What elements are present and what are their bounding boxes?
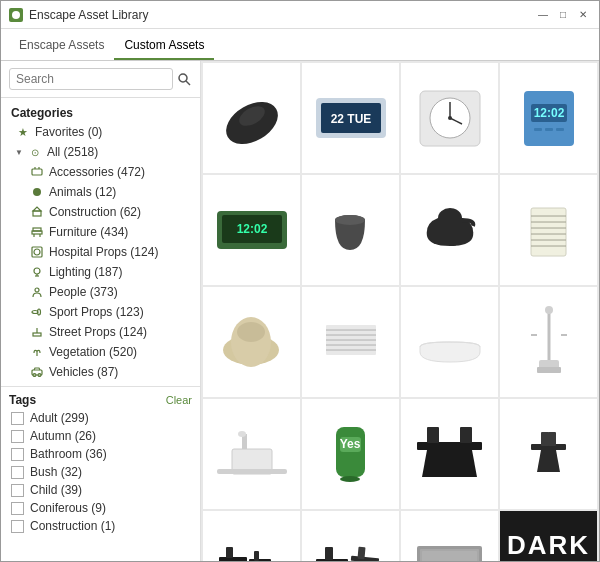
grid-item-watermark[interactable]: DARK CG bbox=[500, 511, 597, 561]
app-icon bbox=[9, 8, 23, 22]
tag-construction2-label: Construction (1) bbox=[30, 519, 115, 533]
svg-rect-68 bbox=[537, 367, 561, 373]
grid-item-7[interactable] bbox=[401, 175, 498, 285]
grid-item-18[interactable] bbox=[302, 511, 399, 561]
tag-adult[interactable]: Adult (299) bbox=[1, 409, 200, 427]
grid-item-5[interactable]: 12:02 bbox=[203, 175, 300, 285]
grid-item-12[interactable] bbox=[500, 287, 597, 397]
accessories-icon bbox=[29, 164, 45, 180]
tag-child-checkbox[interactable] bbox=[11, 484, 24, 497]
svg-rect-80 bbox=[427, 427, 439, 443]
people-icon bbox=[29, 284, 45, 300]
category-animals[interactable]: Animals (12) bbox=[1, 182, 200, 202]
grid-item-11[interactable] bbox=[401, 287, 498, 397]
tag-adult-checkbox[interactable] bbox=[11, 412, 24, 425]
category-construction[interactable]: Construction (62) bbox=[1, 202, 200, 222]
tag-coniferous[interactable]: Coniferous (9) bbox=[1, 499, 200, 517]
grid-item-14[interactable]: Yes bbox=[302, 399, 399, 509]
tag-bush-checkbox[interactable] bbox=[11, 466, 24, 479]
category-people[interactable]: People (373) bbox=[1, 282, 200, 302]
category-furniture[interactable]: Furniture (434) bbox=[1, 222, 200, 242]
grid-item-6[interactable] bbox=[302, 175, 399, 285]
maximize-button[interactable]: □ bbox=[555, 7, 571, 23]
category-accessories[interactable]: Accessories (472) bbox=[1, 162, 200, 182]
asset-grid: 22 TUE 12:02 bbox=[201, 61, 599, 561]
grid-item-1[interactable] bbox=[203, 63, 300, 173]
all-icon: ⊙ bbox=[27, 144, 43, 160]
tags-section: Tags Clear Adult (299) Autumn (26) Bathr… bbox=[1, 386, 200, 535]
tag-autumn[interactable]: Autumn (26) bbox=[1, 427, 200, 445]
svg-text:Yes: Yes bbox=[340, 437, 361, 451]
grid-item-8[interactable] bbox=[500, 175, 597, 285]
tag-construction2[interactable]: Construction (1) bbox=[1, 517, 200, 535]
clear-tags-button[interactable]: Clear bbox=[166, 394, 192, 406]
title-bar-left: Enscape Asset Library bbox=[9, 8, 148, 22]
category-sport[interactable]: Sport Props (123) bbox=[1, 302, 200, 322]
tag-construction2-checkbox[interactable] bbox=[11, 520, 24, 533]
grid-item-16[interactable] bbox=[500, 399, 597, 509]
category-favorites-label: Favorites (0) bbox=[35, 125, 102, 139]
categories-title: Categories bbox=[1, 102, 200, 122]
category-hospital[interactable]: Hospital Props (124) bbox=[1, 242, 200, 262]
chevron-down-icon: ▼ bbox=[15, 148, 23, 157]
category-street-label: Street Props (124) bbox=[49, 325, 147, 339]
svg-rect-85 bbox=[219, 557, 247, 562]
hospital-icon bbox=[29, 244, 45, 260]
tag-bathroom-checkbox[interactable] bbox=[11, 448, 24, 461]
svg-point-73 bbox=[238, 431, 246, 437]
content-area: Categories ★ Favorites (0) ▼ ⊙ All (2518… bbox=[1, 61, 599, 561]
category-all[interactable]: ▼ ⊙ All (2518) bbox=[1, 142, 200, 162]
window-title: Enscape Asset Library bbox=[29, 8, 148, 22]
minimize-button[interactable]: — bbox=[535, 7, 551, 23]
svg-rect-87 bbox=[249, 559, 271, 562]
category-street[interactable]: Street Props (124) bbox=[1, 322, 200, 342]
animals-icon bbox=[29, 184, 45, 200]
tag-adult-label: Adult (299) bbox=[30, 411, 89, 425]
tag-autumn-checkbox[interactable] bbox=[11, 430, 24, 443]
favorites-icon: ★ bbox=[15, 124, 31, 140]
street-icon bbox=[29, 324, 45, 340]
title-controls: — □ ✕ bbox=[535, 7, 591, 23]
tab-enscape-assets[interactable]: Enscape Assets bbox=[9, 32, 114, 60]
category-lighting-label: Lighting (187) bbox=[49, 265, 122, 279]
category-hospital-label: Hospital Props (124) bbox=[49, 245, 158, 259]
category-construction-label: Construction (62) bbox=[49, 205, 141, 219]
category-lighting[interactable]: Lighting (187) bbox=[1, 262, 200, 282]
grid-item-3[interactable] bbox=[401, 63, 498, 173]
category-vegetation[interactable]: Vegetation (520) bbox=[1, 342, 200, 362]
tab-custom-assets[interactable]: Custom Assets bbox=[114, 32, 214, 60]
tag-bathroom[interactable]: Bathroom (36) bbox=[1, 445, 200, 463]
tag-bush[interactable]: Bush (32) bbox=[1, 463, 200, 481]
tags-header: Tags Clear bbox=[1, 391, 200, 409]
tag-coniferous-checkbox[interactable] bbox=[11, 502, 24, 515]
grid-item-13[interactable] bbox=[203, 399, 300, 509]
svg-point-14 bbox=[34, 249, 40, 255]
sidebar: Categories ★ Favorites (0) ▼ ⊙ All (2518… bbox=[1, 61, 201, 561]
svg-rect-49 bbox=[531, 208, 566, 256]
svg-point-18 bbox=[35, 288, 39, 292]
grid-item-17[interactable] bbox=[203, 511, 300, 561]
svg-point-6 bbox=[33, 188, 41, 196]
grid-item-19[interactable] bbox=[401, 511, 498, 561]
vegetation-icon bbox=[29, 344, 45, 360]
svg-rect-41 bbox=[556, 128, 564, 131]
grid-item-4[interactable]: 12:02 bbox=[500, 63, 597, 173]
grid-item-2[interactable]: 22 TUE bbox=[302, 63, 399, 173]
svg-point-15 bbox=[34, 268, 40, 274]
svg-rect-81 bbox=[460, 427, 472, 443]
search-input[interactable] bbox=[9, 68, 173, 90]
search-button[interactable] bbox=[175, 67, 192, 91]
watermark-line2: CG bbox=[518, 561, 580, 562]
tab-bar: Enscape Assets Custom Assets bbox=[1, 29, 599, 61]
grid-item-10[interactable] bbox=[302, 287, 399, 397]
lighting-icon bbox=[29, 264, 45, 280]
category-favorites[interactable]: ★ Favorites (0) bbox=[1, 122, 200, 142]
grid-item-15[interactable] bbox=[401, 399, 498, 509]
grid-item-9[interactable] bbox=[203, 287, 300, 397]
close-button[interactable]: ✕ bbox=[575, 7, 591, 23]
tag-child[interactable]: Child (39) bbox=[1, 481, 200, 499]
category-sport-label: Sport Props (123) bbox=[49, 305, 144, 319]
category-vehicles-label: Vehicles (87) bbox=[49, 365, 118, 379]
category-vehicles[interactable]: Vehicles (87) bbox=[1, 362, 200, 382]
tag-bathroom-label: Bathroom (36) bbox=[30, 447, 107, 461]
